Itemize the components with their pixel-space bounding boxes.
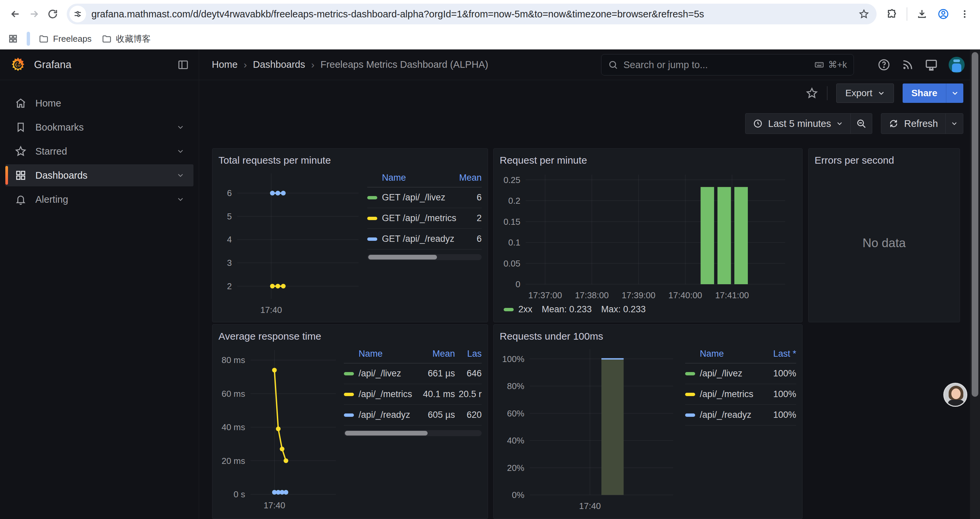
legend-header-last *[interactable]: Last * [758,349,796,359]
panel-title[interactable]: Average response time [218,329,482,344]
assistant-avatar-widget[interactable] [943,383,967,407]
breadcrumb-item[interactable]: Freeleaps Metrics Dashboard (ALPHA) [321,59,488,70]
breadcrumb-separator-icon: › [243,59,247,70]
legend-row[interactable]: GET /api/_/readyz6 [367,229,482,249]
user-avatar[interactable] [949,57,965,73]
request-per-minute-chart[interactable]: 0.250.20.150.10.05017:37:0017:38:0017:39… [500,168,796,302]
sidebar-nav: HomeBookmarksStarredDashboardsAlerting [0,80,199,222]
help-button[interactable] [877,58,891,72]
site-info-button[interactable] [69,6,86,22]
legend-header-mean[interactable]: Mean [420,349,455,359]
legend-series-name[interactable]: /api/_/metrics [344,389,420,399]
legend-series-name[interactable]: GET /api/_/metrics [367,213,458,224]
profile-button[interactable] [934,5,953,23]
bookmark-label: 收藏博客 [116,33,151,45]
refresh-button[interactable]: Refresh [881,113,945,134]
legend-header-name[interactable]: Name [685,349,758,359]
requests-under-100ms-chart[interactable]: 100%80%60%40%20%0%17:40 [500,344,680,515]
grafana-logo-icon [10,57,26,73]
bookmark-star-button[interactable] [856,9,872,19]
series-swatch [344,414,354,417]
back-button[interactable] [6,5,25,23]
svg-text:17:38:00: 17:38:00 [575,290,609,300]
legend-row[interactable]: /api/_/metrics40.1 ms20.5 r [344,384,482,405]
legend-table: NameMeanLas/api/_/livez661 µs646/api/_/m… [344,347,482,425]
panel-legend: NameLast */api/_/livez100%/api/_/metrics… [685,344,796,515]
extensions-button[interactable] [883,5,901,23]
sidebar-item-dashboards[interactable]: Dashboards [5,164,194,186]
bookmark-folders: Freeleaps收藏博客 [39,33,151,45]
legend-horizontal-scrollbar[interactable] [344,430,482,436]
sidebar-item-label: Dashboards [35,170,88,181]
panel-title[interactable]: Errors per second [815,153,954,168]
legend-series-name[interactable]: GET /api/_/livez [367,192,458,203]
export-button[interactable]: Export [836,83,894,103]
legend-horizontal-scrollbar[interactable] [367,254,482,260]
apps-button[interactable] [8,34,18,44]
legend-series-name[interactable]: /api/_/livez [685,368,758,379]
legend-row[interactable]: /api/_/readyz605 µs620 [344,405,482,425]
legend-series-name[interactable]: 2xx [519,304,532,315]
breadcrumb-item[interactable]: Home [212,59,237,70]
page-scrollbar-thumb[interactable] [972,52,978,397]
browser-menu-button[interactable] [955,5,974,23]
chevron-down-icon [951,120,958,127]
legend-header-name[interactable]: Name [344,349,420,359]
legend-series-name[interactable]: /api/_/readyz [685,410,758,420]
legend-series-name[interactable]: GET /api/_/readyz [367,234,458,244]
panel-title[interactable]: Request per minute [500,153,796,168]
sidebar-item-alerting[interactable]: Alerting [5,188,194,211]
legend-row[interactable]: /api/_/metrics100% [685,384,796,405]
legend-series-name[interactable]: /api/_/livez [344,368,420,379]
time-range-picker[interactable]: Last 5 minutes [746,113,851,134]
sidebar-collapse-button[interactable] [177,59,189,70]
time-controls: Last 5 minutes Refresh [199,106,980,141]
keyboard-icon [814,60,824,70]
search-input[interactable]: Search or jump to... ⌘+k [601,54,854,75]
legend-row[interactable]: /api/_/livez100% [685,363,796,384]
forward-button[interactable] [25,5,43,23]
url-bar[interactable]: grafana.mathmast.com/d/deytv4rwavabkb/fr… [67,4,877,24]
tab-group-indicator[interactable] [27,32,30,46]
legend-row[interactable]: /api/_/livez661 µs646 [344,363,482,384]
breadcrumb-item[interactable]: Dashboards [253,59,305,70]
svg-text:0.1: 0.1 [508,238,520,248]
sidebar-item-home[interactable]: Home [5,92,194,114]
legend-header-name[interactable]: Name [367,172,458,183]
legend-series-name[interactable]: /api/_/metrics [685,389,758,399]
total-requests-chart[interactable]: 6543217:40 [218,168,362,318]
chart-legend[interactable]: 2xx Mean: 0.233 Max: 0.233 [500,303,796,315]
url-text[interactable]: grafana.mathmast.com/d/deytv4rwavabkb/fr… [91,9,856,20]
legend-row[interactable]: /api/_/readyz100% [685,405,796,425]
reload-button[interactable] [43,5,62,23]
kiosk-mode-button[interactable] [924,58,938,72]
legend-row[interactable]: GET /api/_/metrics2 [367,208,482,229]
favorite-dashboard-button[interactable] [805,87,818,99]
average-response-time-chart[interactable]: 80 ms60 ms40 ms20 ms0 s17:40 [218,344,339,515]
legend-series-name[interactable]: /api/_/readyz [344,410,420,420]
zoom-out-time-button[interactable] [850,113,872,134]
bookmark-folder[interactable]: 收藏博客 [102,33,151,45]
legend-header-mean[interactable]: Mean [458,172,482,183]
share-button[interactable]: Share [903,83,946,103]
share-menu-button[interactable] [946,83,963,103]
sidebar-item-starred[interactable]: Starred [5,140,194,162]
panel-title[interactable]: Requests under 100ms [500,329,796,344]
page-scrollbar[interactable] [970,50,980,519]
legend-value: 620 [455,410,482,420]
series-label: GET /api/_/livez [382,192,445,203]
panel-title[interactable]: Total requests per minute [218,153,482,168]
downloads-button[interactable] [913,5,931,23]
panel-total-requests-per-minute: Total requests per minute 6543217:40 Nam… [212,148,488,322]
bookmark-folder[interactable]: Freeleaps [39,33,92,45]
panel-average-response-time: Average response time 80 ms60 ms40 ms20 … [212,324,488,519]
svg-text:80%: 80% [507,381,524,391]
legend-header-las[interactable]: Las [455,349,482,359]
news-button[interactable] [901,58,914,71]
sidebar-item-bookmarks[interactable]: Bookmarks [5,116,194,138]
back-icon [10,8,21,20]
refresh-interval-button[interactable] [945,113,963,134]
star-icon [859,9,869,19]
legend-row[interactable]: GET /api/_/livez6 [367,187,482,208]
legend-value: 661 µs [420,368,455,379]
